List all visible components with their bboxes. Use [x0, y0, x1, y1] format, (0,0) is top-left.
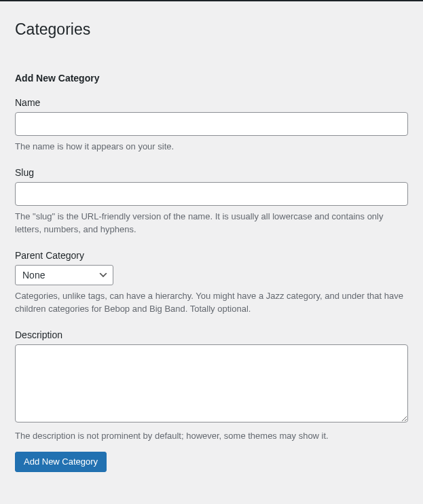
- description-textarea[interactable]: [15, 344, 408, 422]
- page-title: Categories: [15, 7, 408, 39]
- slug-input[interactable]: [15, 182, 408, 206]
- name-label: Name: [15, 97, 408, 108]
- parent-label: Parent Category: [15, 250, 408, 261]
- description-help: The description is not prominent by defa…: [15, 429, 408, 443]
- description-field-wrap: Description The description is not promi…: [15, 329, 408, 443]
- name-input[interactable]: [15, 112, 408, 136]
- parent-field-wrap: Parent Category None Categories, unlike …: [15, 250, 408, 316]
- parent-help: Categories, unlike tags, can have a hier…: [15, 289, 408, 316]
- form-heading: Add New Category: [15, 73, 408, 84]
- name-field-wrap: Name The name is how it appears on your …: [15, 97, 408, 154]
- add-category-button[interactable]: Add New Category: [15, 452, 107, 472]
- slug-label: Slug: [15, 167, 408, 178]
- add-category-form: Name The name is how it appears on your …: [15, 97, 408, 472]
- name-help: The name is how it appears on your site.: [15, 140, 408, 154]
- slug-field-wrap: Slug The "slug" is the URL-friendly vers…: [15, 167, 408, 236]
- slug-help: The "slug" is the URL-friendly version o…: [15, 210, 408, 236]
- description-label: Description: [15, 329, 408, 340]
- parent-select[interactable]: None: [15, 265, 113, 285]
- content-wrap: Categories Add New Category Name The nam…: [0, 1, 423, 487]
